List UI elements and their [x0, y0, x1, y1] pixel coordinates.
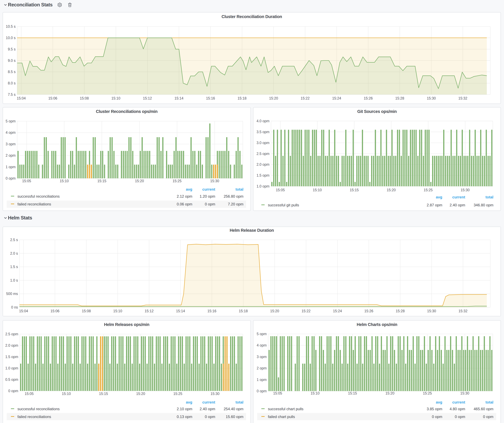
svg-text:15:10: 15:10: [111, 96, 120, 100]
svg-text:avg: avg: [436, 400, 442, 404]
svg-text:failed reconciliations: failed reconciliations: [18, 415, 51, 419]
svg-text:2 opm: 2 opm: [257, 366, 267, 370]
svg-text:15:10: 15:10: [311, 391, 320, 395]
svg-text:8.5 s: 8.5 s: [8, 70, 16, 74]
svg-text:15:04: 15:04: [19, 309, 28, 313]
svg-text:failed chart pulls: failed chart pulls: [268, 415, 295, 419]
svg-text:15:14: 15:14: [174, 96, 184, 100]
svg-text:total: total: [486, 195, 493, 199]
svg-text:15:05: 15:05: [273, 391, 282, 395]
svg-text:15:26: 15:26: [364, 309, 373, 313]
svg-text:3 opm: 3 opm: [257, 355, 267, 359]
svg-text:0 opm: 0 opm: [205, 415, 215, 419]
svg-text:1.20 opm: 1.20 opm: [200, 194, 215, 198]
svg-text:10.0 s: 10.0 s: [6, 36, 16, 40]
svg-text:15:08: 15:08: [80, 96, 89, 100]
svg-text:failed reconciliations: failed reconciliations: [18, 202, 51, 206]
svg-text:5 opm: 5 opm: [6, 119, 16, 123]
svg-text:15:28: 15:28: [395, 96, 404, 100]
svg-text:15:30: 15:30: [210, 392, 220, 396]
svg-text:successful chart pulls: successful chart pulls: [268, 407, 303, 411]
svg-text:15:24: 15:24: [332, 96, 341, 100]
svg-text:4 opm: 4 opm: [6, 130, 16, 135]
svg-text:15:16: 15:16: [206, 96, 215, 100]
svg-text:15:06: 15:06: [48, 96, 57, 100]
svg-text:3 opm: 3 opm: [6, 142, 16, 146]
svg-text:current: current: [202, 187, 215, 191]
svg-text:15:20: 15:20: [270, 309, 279, 313]
svg-text:15:22: 15:22: [301, 96, 310, 100]
svg-text:2 opm: 2 opm: [6, 153, 16, 158]
svg-text:15:15: 15:15: [99, 392, 108, 396]
svg-text:3.0 opm: 3.0 opm: [257, 141, 270, 145]
svg-text:2.0 opm: 2.0 opm: [5, 343, 18, 347]
svg-text:3.85 opm: 3.85 opm: [427, 407, 442, 411]
svg-text:15:04: 15:04: [17, 96, 26, 100]
svg-text:15:22: 15:22: [301, 309, 311, 313]
svg-text:15:10: 15:10: [60, 179, 69, 183]
svg-text:15:25: 15:25: [173, 392, 182, 396]
svg-text:15:24: 15:24: [333, 309, 342, 313]
svg-text:15:10: 15:10: [113, 309, 122, 313]
svg-text:0 opm: 0 opm: [455, 415, 465, 419]
svg-text:15:15: 15:15: [97, 179, 107, 183]
svg-text:successful reconciliations: successful reconciliations: [18, 407, 60, 411]
svg-text:0.06 opm: 0.06 opm: [177, 202, 192, 206]
svg-text:avg: avg: [436, 195, 442, 199]
svg-text:2.5 opm: 2.5 opm: [5, 332, 18, 336]
svg-text:256.80 opm: 256.80 opm: [224, 194, 243, 198]
svg-text:7.5 s: 7.5 s: [8, 93, 16, 97]
svg-text:15:30: 15:30: [427, 309, 436, 313]
svg-text:10.5 s: 10.5 s: [6, 24, 16, 29]
svg-text:15:30: 15:30: [427, 96, 436, 100]
svg-text:15:10: 15:10: [313, 188, 322, 192]
svg-text:0 opm: 0 opm: [6, 176, 16, 180]
svg-text:15:30: 15:30: [210, 179, 219, 183]
svg-text:2.0 s: 2.0 s: [10, 251, 18, 255]
svg-text:0.5 opm: 0.5 opm: [5, 377, 18, 382]
svg-text:avg: avg: [186, 400, 192, 404]
svg-text:15:18: 15:18: [239, 309, 248, 313]
svg-text:15:12: 15:12: [145, 309, 154, 313]
svg-text:0 opm: 0 opm: [8, 389, 18, 393]
svg-text:0 opm: 0 opm: [257, 389, 267, 393]
svg-text:15:15: 15:15: [350, 188, 359, 192]
svg-text:15:25: 15:25: [424, 188, 433, 192]
svg-text:total: total: [235, 400, 243, 404]
svg-text:15:26: 15:26: [364, 96, 373, 100]
svg-text:15:25: 15:25: [173, 179, 181, 183]
svg-text:1 opm: 1 opm: [257, 378, 267, 382]
svg-text:9.0 s: 9.0 s: [8, 59, 16, 63]
svg-text:15:20: 15:20: [136, 392, 145, 396]
svg-text:254.40 opm: 254.40 opm: [224, 407, 243, 411]
svg-text:1.0 opm: 1.0 opm: [257, 184, 270, 188]
svg-text:15:12: 15:12: [143, 96, 152, 100]
svg-text:4.0 opm: 4.0 opm: [257, 119, 270, 123]
svg-text:0 opm: 0 opm: [205, 202, 215, 206]
svg-text:2.5 opm: 2.5 opm: [257, 152, 270, 156]
svg-text:15:16: 15:16: [207, 309, 216, 313]
svg-text:15:20: 15:20: [387, 188, 396, 192]
svg-text:0 ns: 0 ns: [11, 305, 18, 309]
svg-text:0 opm: 0 opm: [432, 415, 442, 419]
svg-text:successful git pulls: successful git pulls: [268, 203, 299, 207]
svg-text:1.5 opm: 1.5 opm: [5, 355, 18, 359]
svg-text:2.0 opm: 2.0 opm: [257, 162, 270, 166]
svg-text:15:14: 15:14: [176, 309, 185, 313]
svg-text:15:32: 15:32: [458, 309, 468, 313]
svg-text:4 opm: 4 opm: [257, 343, 267, 347]
svg-text:15:32: 15:32: [458, 96, 467, 100]
svg-text:1 opm: 1 opm: [6, 165, 16, 169]
svg-text:current: current: [202, 400, 215, 404]
svg-text:15:18: 15:18: [238, 96, 246, 100]
svg-text:15:05: 15:05: [25, 392, 34, 396]
svg-text:2.40 opm: 2.40 opm: [200, 407, 215, 411]
svg-text:15:30: 15:30: [461, 188, 470, 192]
svg-text:1.0 s: 1.0 s: [10, 278, 18, 282]
svg-text:0 opm: 0 opm: [483, 415, 493, 419]
svg-text:2.5 s: 2.5 s: [10, 238, 18, 242]
svg-text:15:08: 15:08: [82, 309, 91, 313]
svg-text:15:28: 15:28: [396, 309, 405, 313]
svg-text:total: total: [235, 187, 243, 191]
svg-text:1.0 opm: 1.0 opm: [5, 366, 18, 370]
